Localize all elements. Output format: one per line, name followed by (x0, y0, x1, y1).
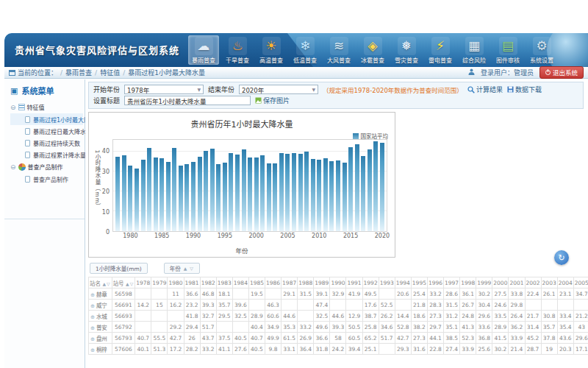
value-cell: 38.7 (362, 311, 379, 322)
toolbar-item-rainstorm-survey[interactable]: ☁暴雨普查 (188, 35, 219, 65)
table-row[interactable]: ⊕威宁5669114.21516.223.239.335.739.646.347… (89, 300, 588, 311)
bar-2002 (266, 140, 273, 231)
value-cell: 28.2 (184, 344, 200, 355)
menu-item[interactable]: 暴雨过程日最大降水量 (10, 125, 83, 137)
value-cell: 19 (541, 344, 557, 355)
table-row[interactable]: ⊕水城5669341.832.729.532.528.960.644.632.5… (89, 311, 588, 322)
column-header-year[interactable]: 2003 (541, 277, 557, 289)
bar-rect (115, 157, 120, 231)
column-header-year[interactable]: 1988 (298, 277, 314, 289)
value-cell: 29.4 (184, 322, 200, 333)
value-cell: 18.1 (216, 289, 232, 300)
start-year-select[interactable]: 1978年▼ (124, 85, 204, 94)
breadcrumb-item-1[interactable]: 暴雨普查 (65, 68, 92, 77)
value-cell (525, 300, 541, 311)
column-header-year[interactable]: 1982 (200, 277, 216, 289)
column-header-year[interactable]: 1991 (346, 277, 362, 289)
value-cell (298, 311, 314, 322)
menu-item[interactable]: 暴雨过程累计降水量 (10, 149, 83, 160)
menu-item[interactable]: 暴雨过程持续天数 (10, 137, 83, 149)
calculate-button[interactable]: 计算结果 (467, 85, 503, 94)
sort-icons[interactable]: ▲▽ (102, 281, 110, 286)
table-row[interactable]: ⊕赫章565981136.646.818.119.529.131.539.132… (89, 289, 588, 300)
column-header-year[interactable]: 1984 (232, 277, 248, 289)
download-button[interactable]: 数据下载 (507, 85, 542, 94)
bar-rect (141, 160, 146, 231)
value-cell: 27.4 (444, 344, 460, 355)
toolbar-item-snow-survey[interactable]: ❅雪灾普查 (391, 35, 422, 65)
value-field-chip[interactable]: 1小时降水量(mm) (90, 263, 148, 274)
end-year-select[interactable]: 2020年▼ (239, 85, 318, 94)
table-row[interactable]: ⊕桐梓5760640.151.317.228.233.241.127.640.5… (89, 344, 588, 355)
menu-group-特征值[interactable]: ⊖特征值 (10, 101, 83, 113)
collapse-icon[interactable]: ⊖ (10, 163, 16, 171)
value-cell: 30.4 (476, 300, 492, 311)
value-cell: 31.6 (411, 344, 427, 355)
column-header-id[interactable]: 站号 ▲▽ (112, 277, 135, 289)
expand-row-icon[interactable]: ⊕ (90, 325, 95, 331)
expand-row-icon[interactable]: ⊕ (90, 303, 95, 309)
expand-row-icon[interactable]: ⊕ (90, 314, 95, 320)
toolbar-item-drought-survey[interactable]: ♨干旱普查 (222, 35, 253, 65)
table-row[interactable]: ⊕普安5679229.229.451.740.434.935.333.249.6… (89, 322, 588, 333)
column-header-year[interactable]: 1987 (282, 277, 298, 289)
station-name-cell: ⊕桐梓 (89, 344, 112, 355)
toolbar-item-system-settings[interactable]: ⚙系统设置 (526, 35, 557, 65)
column-header-year[interactable]: 1981 (184, 277, 200, 289)
expand-row-icon[interactable]: ⊕ (90, 347, 95, 353)
column-header-year[interactable]: 2002 (525, 277, 541, 289)
column-header-year[interactable]: 1993 (379, 277, 395, 289)
column-header-year[interactable]: 1983 (216, 277, 232, 289)
column-header-year[interactable]: 2000 (492, 277, 509, 289)
column-header-year[interactable]: 1994 (395, 277, 411, 289)
column-header-year[interactable]: 2005 (573, 277, 588, 289)
toolbar-item-lightning-survey[interactable]: ⚡雷电普查 (425, 35, 456, 65)
toolbar-item-wind-survey[interactable]: ≋大风普查 (323, 35, 354, 65)
toolbar-item-high-temp-survey[interactable]: ☀高温普查 (256, 35, 287, 65)
column-header-year[interactable]: 1989 (314, 277, 330, 289)
menu-item[interactable]: 普查产品制作 (10, 173, 83, 185)
column-header-year[interactable]: 1985 (248, 277, 265, 289)
menu-item[interactable]: 暴雨过程1小时最大降水量 (10, 113, 83, 125)
bar-rect (254, 158, 259, 231)
column-header-year[interactable]: 2001 (509, 277, 525, 289)
toolbar-item-low-temp-survey[interactable]: ❄低温普查 (290, 35, 320, 65)
column-header-year[interactable]: 1979 (151, 277, 168, 289)
breadcrumb-item-3[interactable]: 暴雨过程1小时最大降水量 (128, 68, 205, 77)
table-row[interactable]: ⊕盘州5679340.755.542.72643.737.540.540.749… (89, 333, 588, 344)
expand-row-icon[interactable]: ⊕ (90, 336, 95, 342)
sort-icons[interactable]: ▲ ▽ (184, 266, 194, 271)
value-cell: 28.7 (525, 344, 541, 355)
expand-row-icon[interactable]: ⊕ (90, 292, 95, 298)
toolbar-item-comprehensive-risk[interactable]: ▦综合风险 (459, 35, 490, 65)
breadcrumb-item-2[interactable]: 特征值 (100, 68, 120, 77)
value-cell: 29.8 (509, 300, 525, 311)
column-header-year[interactable]: 1986 (265, 277, 282, 289)
save-image-button[interactable]: 保存图片 (255, 96, 290, 105)
sort-icons[interactable]: ▲▽ (126, 281, 134, 286)
value-cell: 26.7 (460, 300, 476, 311)
column-header-year[interactable]: 1999 (476, 277, 492, 289)
toolbar-item-hail-survey[interactable]: ◈冰雹普查 (357, 35, 388, 65)
station-id-cell: 56693 (112, 311, 135, 322)
logout-button[interactable]: 退出系统 (539, 66, 584, 79)
collapse-icon[interactable]: ⊖ (10, 104, 16, 111)
column-header-year[interactable]: 1998 (460, 277, 476, 289)
chart-title-input[interactable] (124, 96, 251, 105)
column-header-year[interactable]: 1995 (411, 277, 427, 289)
column-header-year[interactable]: 1980 (168, 277, 184, 289)
column-header-year[interactable]: 1997 (444, 277, 460, 289)
column-header-year[interactable]: 1990 (330, 277, 346, 289)
column-header-name[interactable]: 站名 ▲▽ (89, 277, 112, 289)
column-field-chip[interactable]: 年份 ▲ ▽ (164, 263, 200, 274)
toolbar-item-label: 高温普查 (257, 56, 286, 64)
floating-widget-button[interactable]: ↻ (554, 250, 569, 265)
menu-group-普查产品制作[interactable]: ⊖普查产品制作 (10, 160, 83, 173)
column-header-year[interactable]: 1978 (135, 277, 151, 289)
toolbar-item-map-audit[interactable]: ▤图件审核 (492, 35, 523, 65)
bar-2000: 2000 (253, 140, 259, 231)
column-header-year[interactable]: 1992 (362, 277, 379, 289)
column-header-year[interactable]: 2004 (557, 277, 573, 289)
column-header-year[interactable]: 1996 (427, 277, 443, 289)
bar-2019 (373, 140, 379, 231)
